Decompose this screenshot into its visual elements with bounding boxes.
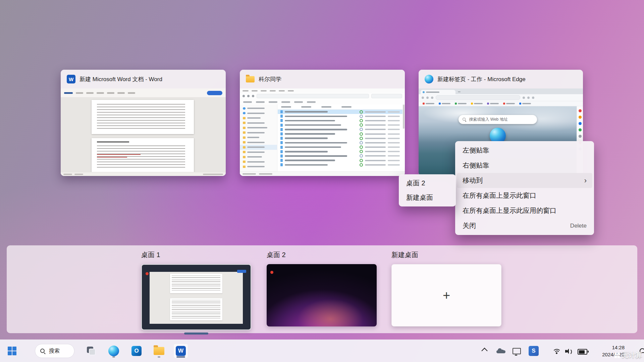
edge-search-placeholder: 搜索或输入 Web 地址: [469, 117, 508, 122]
desktop-1-thumbnail[interactable]: [141, 264, 251, 330]
menu-shortcut-delete: Delete: [570, 223, 587, 229]
sogou-input-button[interactable]: S: [529, 346, 539, 356]
watermark-grid-icon: [614, 353, 620, 358]
wifi-button[interactable]: [552, 348, 561, 355]
explorer-window-thumbnail[interactable]: [240, 88, 405, 176]
word-app-icon: W: [67, 75, 75, 83]
menu-item-snap-right[interactable]: 右侧贴靠: [457, 158, 592, 173]
wifi-icon: [552, 348, 561, 355]
taskbar-search-button[interactable]: 搜索: [35, 344, 74, 358]
window-card-explorer[interactable]: 科尔同学: [240, 70, 405, 176]
search-icon: [463, 118, 467, 122]
edge-app-icon: [425, 75, 433, 83]
word-share-button: [207, 91, 222, 95]
taskbar: 搜索 O W S 14:28 2024/7/25: [0, 340, 644, 362]
explorer-menu-bar: [240, 88, 405, 93]
running-indicator: [112, 356, 115, 358]
tray-chevron-up-button[interactable]: [482, 349, 487, 353]
active-app-indicator: [176, 356, 185, 358]
volume-icon: [565, 348, 573, 355]
task-view-screen: W 新建 Microsoft Word 文档 - Word 科尔同学: [0, 0, 644, 362]
sogou-icon: S: [532, 348, 535, 354]
explorer-file-list: [278, 105, 402, 172]
recording-dot-icon: [270, 271, 273, 274]
explorer-status-bar: [240, 171, 405, 176]
window-title-edge: 新建标签页 - 工作 - Microsoft Edge: [437, 75, 526, 83]
onedrive-cloud-icon: [496, 349, 505, 353]
file-explorer-icon: [154, 347, 164, 355]
explorer-scrollbar: [403, 105, 405, 129]
taskbar-outlook-button[interactable]: O: [129, 344, 144, 358]
submenu-item-new-desktop[interactable]: 新建桌面: [400, 190, 454, 205]
running-indicator: [158, 356, 160, 358]
word-page-2: [92, 138, 194, 173]
submenu-item-desktop-2[interactable]: 桌面 2: [400, 176, 454, 190]
window-titlebar-edge: 新建标签页 - 工作 - Microsoft Edge: [419, 70, 583, 88]
volume-button[interactable]: [565, 348, 573, 355]
explorer-file-row-selected: [278, 110, 402, 114]
menu-item-close[interactable]: 关闭Delete: [457, 218, 592, 233]
display-icon: [513, 348, 521, 354]
battery-icon: [578, 349, 587, 355]
menu-item-snap-left[interactable]: 左侧贴靠: [457, 143, 592, 158]
windows-logo-icon: [8, 347, 16, 355]
word-window-thumbnail[interactable]: [61, 88, 226, 176]
new-desktop-label: 新建桌面: [391, 250, 418, 259]
menu-item-show-on-all-desktops-app[interactable]: 在所有桌面上显示此应用的窗口: [457, 203, 592, 218]
edge-search-box[interactable]: 搜索或输入 Web 地址: [459, 115, 537, 124]
word-icon: W: [176, 346, 186, 356]
search-icon: [40, 348, 46, 354]
word-page-1: [92, 100, 194, 134]
window-titlebar-explorer: 科尔同学: [240, 70, 405, 88]
menu-item-move-to[interactable]: 移动到›: [457, 173, 592, 188]
window-title-word: 新建 Microsoft Word 文档 - Word: [79, 75, 162, 83]
plus-icon: +: [443, 289, 450, 302]
watermark: 元计算: [614, 351, 642, 360]
chevron-up-icon: [481, 348, 487, 354]
onedrive-tray-button[interactable]: [496, 349, 505, 353]
active-desktop-indicator: [184, 333, 208, 335]
window-titlebar-word: W 新建 Microsoft Word 文档 - Word: [61, 70, 226, 88]
edge-bookmarks-bar: [419, 101, 583, 106]
menu-item-show-on-all-desktops-window[interactable]: 在所有桌面上显示此窗口: [457, 188, 592, 203]
edge-tab-strip: [419, 88, 583, 94]
display-tray-button[interactable]: [513, 348, 521, 354]
recording-dot-icon: [146, 272, 149, 275]
chevron-right-icon: ›: [584, 177, 587, 184]
desktop-2-label: 桌面 2: [267, 250, 286, 259]
explorer-address-bar: [240, 93, 405, 100]
desktop-1-label: 桌面 1: [141, 250, 160, 259]
desktop-1-share-button: [237, 270, 246, 273]
battery-button[interactable]: [578, 349, 587, 355]
new-desktop-button[interactable]: +: [391, 264, 501, 326]
start-button[interactable]: [5, 344, 19, 358]
move-to-submenu: 桌面 2 新建桌面: [399, 174, 456, 206]
outlook-icon: O: [131, 346, 142, 356]
edge-icon: [108, 346, 119, 356]
search-label: 搜索: [49, 348, 60, 355]
edge-toolbar: [419, 94, 583, 101]
folder-icon: [246, 76, 255, 82]
explorer-nav-pane: [240, 105, 277, 172]
desktop-2-thumbnail[interactable]: [267, 264, 377, 326]
clock-time: 14:28: [602, 344, 625, 351]
watermark-text: 元计算: [622, 351, 642, 360]
explorer-column-headers: [278, 105, 402, 110]
word-status-bar: [61, 172, 226, 176]
window-context-menu: 左侧贴靠 右侧贴靠 移动到› 在所有桌面上显示此窗口 在所有桌面上显示此应用的窗…: [455, 141, 594, 235]
explorer-command-bar: [240, 99, 405, 105]
task-view-icon: [87, 347, 96, 355]
window-card-word[interactable]: W 新建 Microsoft Word 文档 - Word: [61, 70, 226, 176]
window-title-explorer: 科尔同学: [259, 75, 281, 83]
word-ribbon: [61, 88, 226, 98]
taskbar-word-button[interactable]: W: [173, 344, 188, 358]
task-view-button[interactable]: [84, 344, 99, 358]
taskbar-edge-button[interactable]: [106, 344, 121, 358]
taskbar-file-explorer-button[interactable]: [152, 344, 166, 358]
